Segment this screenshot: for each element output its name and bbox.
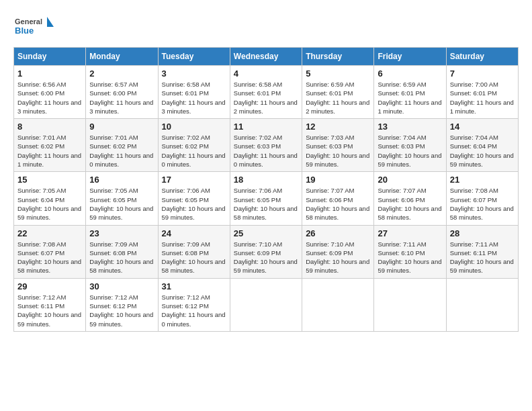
day-number: 23 — [89, 228, 154, 238]
calendar-cell: 24Sunrise: 7:09 AMSunset: 6:08 PMDayligh… — [158, 225, 230, 278]
header-row: SundayMondayTuesdayWednesdayThursdayFrid… — [14, 48, 519, 66]
day-info: Sunrise: 7:02 AMSunset: 6:03 PMDaylight:… — [234, 133, 298, 169]
calendar-cell: 23Sunrise: 7:09 AMSunset: 6:08 PMDayligh… — [86, 225, 158, 278]
day-number: 14 — [450, 122, 515, 132]
calendar-cell: 6Sunrise: 6:59 AMSunset: 6:01 PMDaylight… — [374, 66, 446, 119]
day-number: 31 — [162, 281, 226, 291]
day-number: 7 — [450, 68, 515, 79]
calendar-cell: 13Sunrise: 7:04 AMSunset: 6:03 PMDayligh… — [374, 119, 446, 172]
day-info: Sunrise: 7:10 AMSunset: 6:09 PMDaylight:… — [234, 240, 298, 275]
calendar-week-5: 29Sunrise: 7:12 AMSunset: 6:11 PMDayligh… — [14, 278, 519, 331]
day-info: Sunrise: 6:58 AMSunset: 6:01 PMDaylight:… — [234, 80, 298, 116]
column-header-thursday: Thursday — [302, 48, 374, 66]
calendar-cell: 28Sunrise: 7:11 AMSunset: 6:11 PMDayligh… — [446, 225, 518, 278]
day-info: Sunrise: 7:00 AMSunset: 6:01 PMDaylight:… — [450, 80, 515, 116]
calendar-cell — [374, 278, 446, 331]
calendar-week-3: 15Sunrise: 7:05 AMSunset: 6:04 PMDayligh… — [14, 172, 519, 225]
day-info: Sunrise: 7:08 AMSunset: 6:07 PMDaylight:… — [17, 240, 82, 275]
day-number: 17 — [162, 175, 226, 185]
calendar-cell: 5Sunrise: 6:59 AMSunset: 6:01 PMDaylight… — [302, 66, 374, 119]
calendar-cell: 7Sunrise: 7:00 AMSunset: 6:01 PMDaylight… — [446, 66, 518, 119]
calendar-cell: 31Sunrise: 7:12 AMSunset: 6:12 PMDayligh… — [158, 278, 230, 331]
svg-text:Blue: Blue — [15, 26, 34, 36]
day-number: 20 — [378, 175, 442, 185]
calendar-cell: 22Sunrise: 7:08 AMSunset: 6:07 PMDayligh… — [14, 225, 86, 278]
day-info: Sunrise: 7:11 AMSunset: 6:10 PMDaylight:… — [378, 240, 442, 275]
day-number: 29 — [17, 281, 82, 291]
day-info: Sunrise: 7:05 AMSunset: 6:04 PMDaylight:… — [17, 186, 82, 222]
calendar-cell: 4Sunrise: 6:58 AMSunset: 6:01 PMDaylight… — [230, 66, 302, 119]
day-number: 10 — [162, 122, 226, 132]
day-number: 30 — [89, 281, 154, 291]
day-number: 19 — [306, 175, 370, 185]
day-info: Sunrise: 7:04 AMSunset: 6:04 PMDaylight:… — [450, 133, 515, 169]
day-info: Sunrise: 7:09 AMSunset: 6:08 PMDaylight:… — [162, 240, 226, 275]
day-info: Sunrise: 6:59 AMSunset: 6:01 PMDaylight:… — [378, 80, 442, 116]
calendar-cell — [302, 278, 374, 331]
calendar-cell: 20Sunrise: 7:07 AMSunset: 6:06 PMDayligh… — [374, 172, 446, 225]
calendar-cell: 9Sunrise: 7:01 AMSunset: 6:02 PMDaylight… — [86, 119, 158, 172]
calendar-cell: 29Sunrise: 7:12 AMSunset: 6:11 PMDayligh… — [14, 278, 86, 331]
day-info: Sunrise: 7:01 AMSunset: 6:02 PMDaylight:… — [89, 133, 154, 169]
day-number: 15 — [17, 175, 82, 185]
day-number: 25 — [234, 228, 298, 238]
calendar-cell: 2Sunrise: 6:57 AMSunset: 6:00 PMDaylight… — [86, 66, 158, 119]
day-info: Sunrise: 7:12 AMSunset: 6:11 PMDaylight:… — [17, 293, 82, 328]
day-info: Sunrise: 7:11 AMSunset: 6:11 PMDaylight:… — [450, 240, 515, 275]
day-info: Sunrise: 7:05 AMSunset: 6:05 PMDaylight:… — [89, 186, 154, 222]
calendar-cell: 8Sunrise: 7:01 AMSunset: 6:02 PMDaylight… — [14, 119, 86, 172]
day-info: Sunrise: 7:07 AMSunset: 6:06 PMDaylight:… — [306, 186, 370, 222]
day-info: Sunrise: 7:12 AMSunset: 6:12 PMDaylight:… — [89, 293, 154, 328]
calendar-cell: 10Sunrise: 7:02 AMSunset: 6:02 PMDayligh… — [158, 119, 230, 172]
calendar-cell: 3Sunrise: 6:58 AMSunset: 6:01 PMDaylight… — [158, 66, 230, 119]
day-info: Sunrise: 7:12 AMSunset: 6:12 PMDaylight:… — [162, 293, 226, 328]
column-header-monday: Monday — [86, 48, 158, 66]
calendar-week-2: 8Sunrise: 7:01 AMSunset: 6:02 PMDaylight… — [14, 119, 519, 172]
page-container: General Blue SundayMondayTuesdayWednesda… — [13, 13, 519, 332]
day-number: 4 — [234, 68, 298, 79]
day-info: Sunrise: 7:02 AMSunset: 6:02 PMDaylight:… — [162, 133, 226, 169]
header: General Blue — [13, 13, 519, 40]
calendar-cell — [446, 278, 518, 331]
calendar-week-4: 22Sunrise: 7:08 AMSunset: 6:07 PMDayligh… — [14, 225, 519, 278]
logo-svg: General Blue — [13, 13, 54, 40]
day-info: Sunrise: 7:01 AMSunset: 6:02 PMDaylight:… — [17, 133, 82, 169]
day-number: 12 — [306, 122, 370, 132]
calendar-cell: 1Sunrise: 6:56 AMSunset: 6:00 PMDaylight… — [14, 66, 86, 119]
day-info: Sunrise: 6:59 AMSunset: 6:01 PMDaylight:… — [306, 80, 370, 116]
column-header-sunday: Sunday — [14, 48, 86, 66]
day-info: Sunrise: 7:08 AMSunset: 6:07 PMDaylight:… — [450, 186, 515, 222]
day-number: 3 — [162, 68, 226, 79]
calendar-table: SundayMondayTuesdayWednesdayThursdayFrid… — [13, 47, 519, 332]
calendar-cell — [230, 278, 302, 331]
day-number: 2 — [89, 68, 154, 79]
calendar-cell: 18Sunrise: 7:06 AMSunset: 6:05 PMDayligh… — [230, 172, 302, 225]
day-info: Sunrise: 6:56 AMSunset: 6:00 PMDaylight:… — [17, 80, 82, 116]
day-info: Sunrise: 7:04 AMSunset: 6:03 PMDaylight:… — [378, 133, 442, 169]
day-info: Sunrise: 7:06 AMSunset: 6:05 PMDaylight:… — [162, 186, 226, 222]
day-info: Sunrise: 7:03 AMSunset: 6:03 PMDaylight:… — [306, 133, 370, 169]
calendar-cell: 30Sunrise: 7:12 AMSunset: 6:12 PMDayligh… — [86, 278, 158, 331]
calendar-cell: 16Sunrise: 7:05 AMSunset: 6:05 PMDayligh… — [86, 172, 158, 225]
day-number: 22 — [17, 228, 82, 238]
calendar-cell: 14Sunrise: 7:04 AMSunset: 6:04 PMDayligh… — [446, 119, 518, 172]
day-number: 11 — [234, 122, 298, 132]
calendar-cell: 17Sunrise: 7:06 AMSunset: 6:05 PMDayligh… — [158, 172, 230, 225]
day-number: 26 — [306, 228, 370, 238]
day-info: Sunrise: 7:06 AMSunset: 6:05 PMDaylight:… — [234, 186, 298, 222]
calendar-cell: 11Sunrise: 7:02 AMSunset: 6:03 PMDayligh… — [230, 119, 302, 172]
day-number: 24 — [162, 228, 226, 238]
day-info: Sunrise: 7:09 AMSunset: 6:08 PMDaylight:… — [89, 240, 154, 275]
calendar-cell: 15Sunrise: 7:05 AMSunset: 6:04 PMDayligh… — [14, 172, 86, 225]
calendar-cell: 12Sunrise: 7:03 AMSunset: 6:03 PMDayligh… — [302, 119, 374, 172]
calendar-week-1: 1Sunrise: 6:56 AMSunset: 6:00 PMDaylight… — [14, 66, 519, 119]
day-number: 8 — [17, 122, 82, 132]
calendar-cell: 27Sunrise: 7:11 AMSunset: 6:10 PMDayligh… — [374, 225, 446, 278]
column-header-saturday: Saturday — [446, 48, 518, 66]
column-header-wednesday: Wednesday — [230, 48, 302, 66]
column-header-tuesday: Tuesday — [158, 48, 230, 66]
day-number: 1 — [17, 68, 82, 79]
logo: General Blue — [13, 13, 54, 40]
day-number: 13 — [378, 122, 442, 132]
calendar-cell: 25Sunrise: 7:10 AMSunset: 6:09 PMDayligh… — [230, 225, 302, 278]
